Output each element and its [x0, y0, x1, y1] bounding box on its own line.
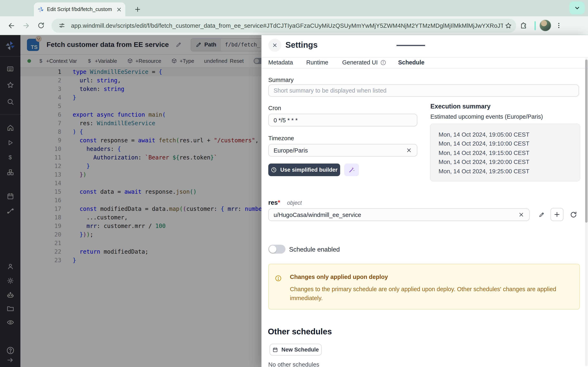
upcoming-event: Mon, 14 Oct 2024, 19:20:00 CEST — [439, 157, 580, 167]
timezone-label: Timezone — [268, 135, 294, 142]
clear-resource-icon[interactable] — [518, 212, 524, 218]
browser-tab[interactable]: Edit Script f/bd/fetch_custom — [34, 2, 125, 16]
tab-metadata[interactable]: Metadata — [268, 59, 293, 66]
no-other-schedules-text: No other schedules — [268, 361, 319, 367]
forward-icon[interactable] — [20, 20, 32, 31]
schedule-tab-panel: Summary Cron Timezone Use simplified bui… — [262, 68, 588, 367]
settings-drawer: Settings MetadataRuntimeGenerated UISche… — [261, 35, 588, 367]
schedule-enabled-label: Schedule enabled — [289, 246, 340, 253]
browser-menu-icon[interactable] — [554, 20, 563, 31]
browser-tabstrip: Edit Script f/bd/fetch_custom — [0, 0, 588, 16]
site-settings-icon[interactable] — [56, 20, 67, 31]
tab-runtime[interactable]: Runtime — [306, 59, 328, 66]
tab-generated-ui[interactable]: Generated UI — [342, 59, 386, 66]
warning-body: Changes to the primary schedule are only… — [290, 285, 571, 303]
required-asterisk: * — [278, 199, 280, 206]
drawer-scrollbar-thumb[interactable] — [585, 59, 588, 223]
other-schedules-title: Other schedules — [268, 327, 332, 336]
warning-title: Changes only applied upon deploy — [290, 274, 388, 280]
upcoming-event: Mon, 14 Oct 2024, 19:10:00 CEST — [439, 139, 580, 149]
settings-tabs: MetadataRuntimeGenerated UISchedule — [262, 57, 588, 68]
res-input-wrap — [268, 208, 530, 221]
use-simplified-builder-button[interactable]: Use simplified builder — [268, 164, 340, 176]
cron-input-wrap — [268, 114, 417, 126]
refresh-resource-icon[interactable] — [568, 209, 579, 220]
info-icon — [380, 59, 386, 66]
execution-summary-subtitle: Estimated upcoming events (Europe/Paris) — [430, 113, 543, 120]
close-icon[interactable] — [268, 39, 281, 52]
active-tab-underline — [397, 45, 425, 46]
schedule-enabled-toggle[interactable] — [268, 245, 285, 254]
bookmark-star-icon[interactable] — [503, 20, 514, 31]
toolbar-separator — [535, 21, 536, 30]
cron-input[interactable] — [274, 117, 412, 123]
tab-schedule[interactable]: Schedule — [398, 59, 424, 66]
summary-label: Summary — [268, 77, 294, 83]
summary-input-wrap — [268, 84, 579, 97]
upcoming-event: Mon, 14 Oct 2024, 19:15:00 CEST — [439, 149, 580, 158]
new-tab-button[interactable] — [132, 4, 143, 15]
drawer-title: Settings — [285, 40, 318, 50]
tab-title: Edit Script f/bd/fetch_custom — [47, 7, 116, 12]
add-resource-button[interactable] — [550, 208, 563, 221]
warning-icon — [275, 275, 282, 282]
timezone-input[interactable] — [274, 147, 403, 154]
cron-label: Cron — [268, 105, 281, 111]
screen: Edit Script f/bd/fetch_custom app.windmi… — [0, 0, 588, 367]
drawer-backdrop[interactable] — [0, 35, 262, 367]
reload-icon[interactable] — [35, 20, 47, 31]
page-content: $ TS Fetch customer data from EE service… — [0, 35, 588, 367]
summary-input[interactable] — [274, 87, 574, 94]
tab-search-chevron-button[interactable] — [569, 2, 585, 14]
extensions-icon[interactable] — [518, 20, 529, 31]
deploy-warning-box: Changes only applied upon deploy Changes… — [268, 264, 580, 309]
url-bar[interactable]: app.windmill.dev/scripts/edit/f/bd/fetch… — [52, 18, 516, 33]
new-schedule-button[interactable]: New Schedule — [269, 344, 322, 356]
url-text[interactable]: app.windmill.dev/scripts/edit/f/bd/fetch… — [71, 22, 503, 29]
timezone-input-wrap — [268, 144, 417, 157]
clear-timezone-icon[interactable] — [406, 147, 412, 153]
tab-favicon-windmill-logo — [37, 6, 44, 13]
upcoming-events-box: Mon, 14 Oct 2024, 19:05:00 CESTMon, 14 O… — [430, 124, 580, 182]
execution-summary-title: Execution summary — [430, 103, 491, 110]
back-icon[interactable] — [6, 20, 17, 31]
tab-close-icon[interactable] — [116, 6, 122, 13]
upcoming-event: Mon, 14 Oct 2024, 19:05:00 CEST — [439, 130, 580, 139]
clock-icon — [271, 167, 277, 173]
res-resource-input[interactable] — [274, 211, 515, 218]
calendar-icon — [272, 347, 278, 352]
edit-resource-pencil-icon[interactable] — [536, 209, 547, 220]
res-arg-label: res* — [268, 199, 280, 206]
profile-avatar[interactable] — [539, 20, 551, 31]
ai-wand-button[interactable] — [344, 164, 359, 176]
browser-toolbar: app.windmill.dev/scripts/edit/f/bd/fetch… — [0, 16, 588, 35]
res-arg-type: object — [287, 200, 302, 206]
upcoming-event: Mon, 14 Oct 2024, 19:25:00 CEST — [439, 167, 580, 176]
